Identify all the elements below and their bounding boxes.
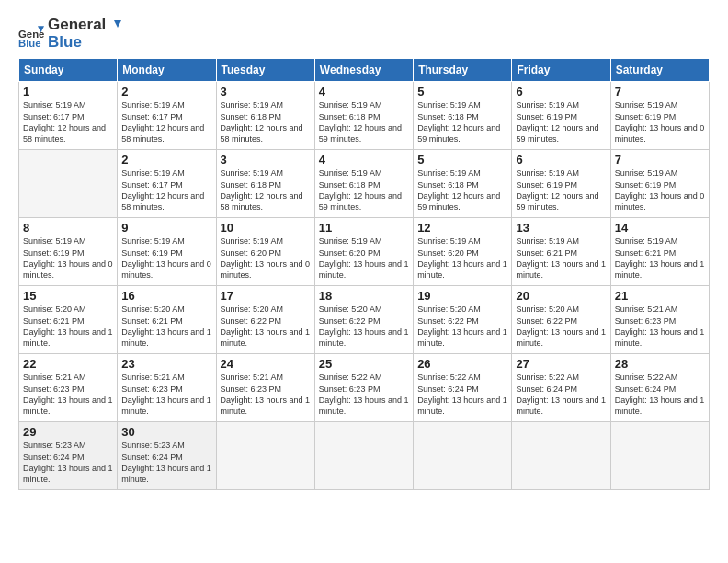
- cell-info: Sunrise: 5:19 AMSunset: 6:19 PMDaylight:…: [516, 99, 606, 144]
- calendar-cell: [314, 422, 413, 490]
- calendar-cell: 14Sunrise: 5:19 AMSunset: 6:21 PMDayligh…: [610, 218, 709, 286]
- calendar-row: 15Sunrise: 5:20 AMSunset: 6:21 PMDayligh…: [19, 286, 710, 354]
- cell-info: Sunrise: 5:23 AMSunset: 6:24 PMDaylight:…: [23, 440, 113, 485]
- cell-info: Sunrise: 5:20 AMSunset: 6:21 PMDaylight:…: [121, 304, 211, 349]
- day-number: 29: [23, 425, 113, 439]
- day-number: 26: [417, 357, 507, 371]
- cell-info: Sunrise: 5:21 AMSunset: 6:23 PMDaylight:…: [221, 372, 311, 417]
- calendar-cell: 16Sunrise: 5:20 AMSunset: 6:21 PMDayligh…: [118, 286, 216, 354]
- calendar-cell: 20Sunrise: 5:20 AMSunset: 6:22 PMDayligh…: [512, 286, 610, 354]
- logo: General Blue GeneralBlue: [18, 17, 122, 51]
- day-number: 10: [221, 221, 311, 235]
- calendar-cell: 28Sunrise: 5:22 AMSunset: 6:24 PMDayligh…: [610, 354, 709, 422]
- calendar-cell: 27Sunrise: 5:22 AMSunset: 6:24 PMDayligh…: [512, 354, 610, 422]
- day-number: 8: [23, 221, 113, 235]
- calendar-cell: [414, 422, 512, 490]
- calendar-cell: 12Sunrise: 5:19 AMSunset: 6:20 PMDayligh…: [414, 218, 512, 286]
- cell-info: Sunrise: 5:19 AMSunset: 6:18 PMDaylight:…: [319, 167, 409, 213]
- calendar-cell: 22Sunrise: 5:21 AMSunset: 6:23 PMDayligh…: [19, 354, 118, 422]
- calendar-cell: 7Sunrise: 5:19 AMSunset: 6:19 PMDaylight…: [610, 150, 709, 218]
- calendar-cell: 10Sunrise: 5:19 AMSunset: 6:20 PMDayligh…: [216, 218, 314, 286]
- calendar-cell: 5Sunrise: 5:19 AMSunset: 6:18 PMDaylight…: [414, 150, 512, 218]
- day-number: 5: [417, 153, 507, 167]
- header-row: SundayMondayTuesdayWednesdayThursdayFrid…: [19, 59, 710, 82]
- day-number: 1: [23, 85, 113, 98]
- calendar-cell: 11Sunrise: 5:19 AMSunset: 6:20 PMDayligh…: [314, 218, 413, 286]
- calendar-cell: 13Sunrise: 5:19 AMSunset: 6:21 PMDayligh…: [512, 218, 610, 286]
- day-number: 23: [121, 357, 211, 371]
- calendar-cell: 3Sunrise: 5:19 AMSunset: 6:18 PMDaylight…: [216, 82, 314, 150]
- calendar-cell: 4Sunrise: 5:19 AMSunset: 6:18 PMDaylight…: [314, 150, 413, 218]
- header-cell-thursday: Thursday: [414, 59, 512, 82]
- day-number: 16: [121, 289, 211, 303]
- cell-info: Sunrise: 5:22 AMSunset: 6:24 PMDaylight:…: [417, 372, 507, 417]
- cell-info: Sunrise: 5:19 AMSunset: 6:17 PMDaylight:…: [121, 167, 211, 213]
- cell-info: Sunrise: 5:19 AMSunset: 6:18 PMDaylight:…: [417, 167, 507, 213]
- header-cell-tuesday: Tuesday: [216, 59, 314, 82]
- cell-info: Sunrise: 5:20 AMSunset: 6:21 PMDaylight:…: [23, 304, 113, 349]
- day-number: 13: [516, 221, 606, 235]
- day-number: 20: [516, 289, 606, 303]
- day-number: 30: [121, 425, 211, 439]
- calendar-cell: 23Sunrise: 5:21 AMSunset: 6:23 PMDayligh…: [118, 354, 216, 422]
- calendar-cell: 29Sunrise: 5:23 AMSunset: 6:24 PMDayligh…: [19, 422, 118, 490]
- cell-info: Sunrise: 5:19 AMSunset: 6:18 PMDaylight:…: [319, 99, 409, 144]
- calendar-row: 8Sunrise: 5:19 AMSunset: 6:19 PMDaylight…: [19, 218, 710, 286]
- day-number: 7: [615, 153, 705, 167]
- cell-info: Sunrise: 5:19 AMSunset: 6:19 PMDaylight:…: [615, 99, 705, 144]
- calendar-cell: 17Sunrise: 5:20 AMSunset: 6:22 PMDayligh…: [216, 286, 314, 354]
- header-cell-wednesday: Wednesday: [314, 59, 413, 82]
- calendar-cell: 18Sunrise: 5:20 AMSunset: 6:22 PMDayligh…: [314, 286, 413, 354]
- calendar-row: 1Sunrise: 5:19 AMSunset: 6:17 PMDaylight…: [19, 82, 710, 150]
- calendar-cell: 2Sunrise: 5:19 AMSunset: 6:17 PMDaylight…: [118, 150, 216, 218]
- calendar-page: General Blue GeneralBlue SundayMondayTue…: [0, 0, 728, 563]
- calendar-row: 29Sunrise: 5:23 AMSunset: 6:24 PMDayligh…: [19, 422, 710, 490]
- day-number: 4: [319, 153, 409, 167]
- cell-info: Sunrise: 5:22 AMSunset: 6:24 PMDaylight:…: [615, 372, 705, 417]
- day-number: 5: [417, 85, 507, 98]
- day-number: 2: [121, 153, 211, 167]
- cell-info: Sunrise: 5:21 AMSunset: 6:23 PMDaylight:…: [615, 304, 705, 349]
- day-number: 15: [23, 289, 113, 303]
- calendar-cell: [512, 422, 610, 490]
- calendar-cell: 8Sunrise: 5:19 AMSunset: 6:19 PMDaylight…: [19, 218, 118, 286]
- header: General Blue GeneralBlue: [18, 17, 710, 51]
- header-cell-monday: Monday: [118, 59, 216, 82]
- calendar-cell: [610, 422, 709, 490]
- calendar-cell: 2Sunrise: 5:19 AMSunset: 6:17 PMDaylight…: [118, 82, 216, 150]
- day-number: 22: [23, 357, 113, 371]
- calendar-cell: [19, 150, 118, 218]
- day-number: 11: [319, 221, 409, 235]
- calendar-cell: 9Sunrise: 5:19 AMSunset: 6:19 PMDaylight…: [118, 218, 216, 286]
- day-number: 27: [516, 357, 606, 371]
- cell-info: Sunrise: 5:21 AMSunset: 6:23 PMDaylight:…: [23, 372, 113, 417]
- day-number: 14: [615, 221, 705, 235]
- calendar-cell: 24Sunrise: 5:21 AMSunset: 6:23 PMDayligh…: [216, 354, 314, 422]
- cell-info: Sunrise: 5:19 AMSunset: 6:19 PMDaylight:…: [23, 236, 113, 281]
- day-number: 21: [615, 289, 705, 303]
- logo-general: GeneralBlue: [48, 17, 122, 51]
- calendar-cell: 4Sunrise: 5:19 AMSunset: 6:18 PMDaylight…: [314, 82, 413, 150]
- day-number: 28: [615, 357, 705, 371]
- cell-info: Sunrise: 5:20 AMSunset: 6:22 PMDaylight:…: [417, 304, 507, 349]
- calendar-table: SundayMondayTuesdayWednesdayThursdayFrid…: [18, 58, 710, 490]
- day-number: 4: [319, 85, 409, 98]
- day-number: 3: [221, 85, 311, 98]
- calendar-row: 22Sunrise: 5:21 AMSunset: 6:23 PMDayligh…: [19, 354, 710, 422]
- calendar-cell: 26Sunrise: 5:22 AMSunset: 6:24 PMDayligh…: [414, 354, 512, 422]
- cell-info: Sunrise: 5:21 AMSunset: 6:23 PMDaylight:…: [121, 372, 211, 417]
- calendar-cell: 5Sunrise: 5:19 AMSunset: 6:18 PMDaylight…: [414, 82, 512, 150]
- cell-info: Sunrise: 5:19 AMSunset: 6:20 PMDaylight:…: [319, 236, 409, 281]
- header-cell-saturday: Saturday: [610, 59, 709, 82]
- day-number: 7: [615, 85, 705, 98]
- cell-info: Sunrise: 5:20 AMSunset: 6:22 PMDaylight:…: [516, 304, 606, 349]
- calendar-cell: 21Sunrise: 5:21 AMSunset: 6:23 PMDayligh…: [610, 286, 709, 354]
- svg-text:Blue: Blue: [18, 38, 41, 47]
- calendar-cell: 30Sunrise: 5:23 AMSunset: 6:24 PMDayligh…: [118, 422, 216, 490]
- cell-info: Sunrise: 5:20 AMSunset: 6:22 PMDaylight:…: [221, 304, 311, 349]
- day-number: 17: [221, 289, 311, 303]
- cell-info: Sunrise: 5:19 AMSunset: 6:17 PMDaylight:…: [23, 99, 113, 144]
- cell-info: Sunrise: 5:23 AMSunset: 6:24 PMDaylight:…: [121, 440, 211, 485]
- header-cell-sunday: Sunday: [19, 59, 118, 82]
- day-number: 24: [221, 357, 311, 371]
